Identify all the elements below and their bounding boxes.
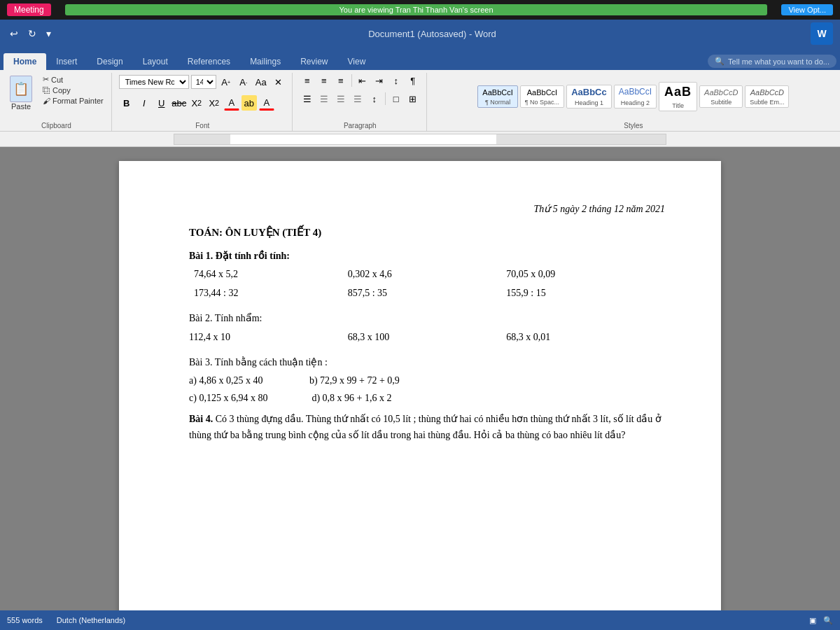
bai1-row1: 74,64 x 5,2 0,302 x 4,6 70,05 x 0,09 <box>189 267 665 282</box>
align-right-button[interactable]: ☰ <box>333 91 349 106</box>
tab-home[interactable]: Home <box>4 53 46 70</box>
font-color2-button[interactable]: A <box>259 95 274 111</box>
style-subtle-em[interactable]: AaBbCcD Subtle Em... <box>745 85 789 108</box>
underline-button[interactable]: U <box>154 95 169 111</box>
justify-button[interactable]: ☰ <box>350 91 365 106</box>
paste-label: Paste <box>11 102 31 111</box>
tab-references[interactable]: References <box>178 53 240 70</box>
ruler-container <box>0 132 840 147</box>
increase-indent-button[interactable]: ⇥ <box>372 73 387 88</box>
doc-body: Bài 1. Đặt tính rồi tính: 74,64 x 5,2 0,… <box>189 248 665 443</box>
bai3-heading[interactable]: Bài 3. Tính bằng cách thuận tiện : <box>189 355 665 370</box>
bai3-d: d) 0,8 x 96 + 1,6 x 2 <box>312 393 391 403</box>
bai3-a: a) 4,86 x 0,25 x 40 <box>189 375 262 386</box>
line-spacing-button[interactable]: ↕ <box>367 91 382 106</box>
document-area[interactable]: Thứ 5 ngày 2 tháng 12 năm 2021 TOÁN: ÔN … <box>0 147 840 610</box>
bai4-paragraph[interactable]: Bài 4. Có 3 thùng đựng dầu. Thùng thứ nh… <box>189 412 665 443</box>
paste-button[interactable]: 📋 Paste <box>7 74 35 112</box>
tab-review[interactable]: Review <box>290 53 337 70</box>
format-painter-label: Format Painter <box>52 97 104 105</box>
clipboard-group: 📋 Paste ✂ Cut ⿻ Copy 🖌 Format Painter Cl… <box>1 73 112 131</box>
grow-font-button[interactable]: A+ <box>218 74 234 90</box>
clear-formatting-button[interactable]: ✕ <box>271 74 286 90</box>
quick-access-button[interactable]: ▾ <box>43 27 54 41</box>
style-normal-label: ¶ Normal <box>485 99 510 106</box>
bai3-cd-row: c) 0,125 x 6,94 x 80 d) 0,8 x 96 + 1,6 x… <box>189 391 665 406</box>
bai1-r1c1: 74,64 x 5,2 <box>189 267 348 282</box>
multilevel-button[interactable]: ≡ <box>333 73 349 88</box>
tell-me-text: Tell me what you want to do... <box>728 57 830 66</box>
superscript-button[interactable]: X2 <box>206 95 222 111</box>
tab-mailings[interactable]: Mailings <box>240 53 290 70</box>
copy-button[interactable]: ⿻ Copy <box>41 85 106 95</box>
style-heading1[interactable]: AaBbCc Heading 1 <box>566 85 612 109</box>
document-title: Document1 (Autosaved) - Word <box>54 29 811 39</box>
tab-layout[interactable]: Layout <box>133 53 178 70</box>
tab-view[interactable]: View <box>338 53 376 70</box>
font-color-button[interactable]: A <box>224 95 239 111</box>
align-center-button[interactable]: ☰ <box>316 91 332 106</box>
align-left-button[interactable]: ☰ <box>300 91 315 106</box>
view-mode-icon[interactable]: ▣ <box>809 616 816 625</box>
subscript-button[interactable]: X2 <box>189 95 204 111</box>
borders-button[interactable]: ⊞ <box>405 91 421 106</box>
style-title[interactable]: AaB Title <box>659 82 697 111</box>
shrink-font-button[interactable]: A- <box>236 74 251 90</box>
bai1-row2: 173,44 : 32 857,5 : 35 155,9 : 15 <box>189 286 665 301</box>
format-painter-button[interactable]: 🖌 Format Painter <box>41 96 106 106</box>
undo-button[interactable]: ↩ <box>7 27 21 41</box>
style-subtitle[interactable]: AaBbCcD Subtitle <box>699 85 743 108</box>
bai2-c3: 68,3 x 0,01 <box>506 330 665 345</box>
redo-button[interactable]: ↻ <box>25 27 39 41</box>
bai1-heading[interactable]: Bài 1. Đặt tính rồi tính: <box>189 248 665 264</box>
clipboard-content: 📋 Paste ✂ Cut ⿻ Copy 🖌 Format Painter <box>7 73 106 120</box>
paragraph-group: ≡ ≡ ≡ ⇤ ⇥ ↕ ¶ ☰ ☰ ☰ ☰ ↕ □ ⊞ Paragraph <box>294 73 427 131</box>
decrease-indent-button[interactable]: ⇤ <box>355 73 370 88</box>
style-normal-preview: AaBbCcI <box>482 88 512 97</box>
bai2-bold: Bài 2. Tính nhẩm: <box>189 313 262 323</box>
sort-button[interactable]: ↕ <box>388 73 404 88</box>
bai1-r1c3: 70,05 x 0,09 <box>506 267 665 282</box>
shading-button[interactable]: □ <box>388 91 404 106</box>
style-nospace-label: ¶ No Spac... <box>525 99 559 106</box>
zoom-icon[interactable]: 🔍 <box>823 616 833 625</box>
font-name-select[interactable]: Times New Ro <box>119 75 189 89</box>
search-icon: 🔍 <box>715 57 724 66</box>
meeting-label[interactable]: Meeting <box>7 4 51 16</box>
bold-button[interactable]: B <box>119 95 134 111</box>
highlight-button[interactable]: ab <box>241 95 257 111</box>
bai3-b: b) 72,9 x 99 + 72 + 0,9 <box>309 375 400 386</box>
tell-me-box[interactable]: 🔍 Tell me what you want to do... <box>708 55 836 68</box>
style-title-preview: AaB <box>664 84 692 100</box>
view-options-button[interactable]: View Opt... <box>781 4 833 15</box>
bai1-r2c3: 155,9 : 15 <box>506 286 665 301</box>
style-normal[interactable]: AaBbCcI ¶ Normal <box>477 85 517 108</box>
ruler <box>174 134 666 145</box>
strikethrough-button[interactable]: abc <box>172 95 187 111</box>
bullets-button[interactable]: ≡ <box>300 73 315 88</box>
tab-insert[interactable]: Insert <box>46 53 87 70</box>
numbering-button[interactable]: ≡ <box>316 73 332 88</box>
cut-button[interactable]: ✂ Cut <box>41 74 106 85</box>
format-painter-icon: 🖌 <box>43 97 50 105</box>
title-bar-left: ↩ ↻ ▾ <box>7 27 54 41</box>
show-marks-button[interactable]: ¶ <box>405 73 421 88</box>
font-bottom-row: B I U abc X2 X2 A ab A <box>119 95 286 111</box>
italic-button[interactable]: I <box>136 95 152 111</box>
change-case-button[interactable]: Aa <box>253 74 269 90</box>
font-size-select[interactable]: 14 <box>191 75 216 89</box>
style-subtle-em-label: Subtle Em... <box>750 99 784 106</box>
status-right: ▣ 🔍 <box>809 616 833 625</box>
style-no-space[interactable]: AaBbCcI ¶ No Spac... <box>520 85 564 108</box>
tab-design[interactable]: Design <box>87 53 132 70</box>
style-h2-label: Heading 2 <box>621 99 650 106</box>
styles-gallery: AaBbCcI ¶ Normal AaBbCcI ¶ No Spac... Aa… <box>477 73 789 120</box>
bai2-heading[interactable]: Bài 2. Tính nhẩm: <box>189 311 665 326</box>
bai1-r2c2: 857,5 : 35 <box>348 286 507 301</box>
style-heading2[interactable]: AaBbCcI Heading 2 <box>614 85 657 108</box>
style-title-label: Title <box>672 102 684 109</box>
style-h2-preview: AaBbCcI <box>619 87 652 98</box>
word-icon: W <box>811 22 833 45</box>
cut-icon: ✂ <box>43 75 49 84</box>
doc-title[interactable]: TOÁN: ÔN LUYỆN (TIẾT 4) <box>189 226 665 239</box>
